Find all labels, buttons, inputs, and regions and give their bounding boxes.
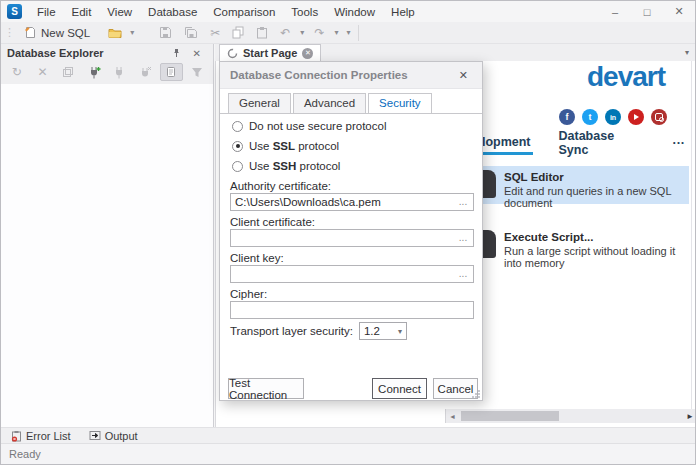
- tab-start-page-label: Start Page: [243, 47, 297, 59]
- sql-editor-item[interactable]: SQL Editor Edit and run queries in a new…: [462, 166, 689, 204]
- output-tab[interactable]: Output: [89, 430, 138, 442]
- cut-icon[interactable]: ✂: [204, 24, 226, 42]
- dialog-header[interactable]: Database Connection Properties ✕: [220, 62, 482, 89]
- explorer-tree-area[interactable]: [1, 84, 213, 429]
- dialog-resize-grip[interactable]: [472, 390, 480, 398]
- menu-comparison[interactable]: Comparison: [205, 3, 283, 21]
- facebook-glyph: f: [566, 112, 569, 122]
- scroll-right-icon[interactable]: ►: [683, 412, 696, 421]
- tls-caret-icon: ▾: [398, 327, 402, 336]
- redo-icon[interactable]: ↷: [308, 24, 330, 42]
- duplicate-icon[interactable]: [57, 63, 81, 81]
- tab-more[interactable]: ···: [671, 133, 688, 153]
- bottom-panel-tabs: Error List Output: [1, 427, 695, 443]
- client-certificate-input[interactable]: [230, 229, 474, 247]
- test-connection-button[interactable]: Test Connection: [228, 378, 304, 399]
- refresh-icon[interactable]: ↻: [5, 63, 29, 81]
- sql-editor-title: SQL Editor: [504, 171, 564, 183]
- tab-close-icon[interactable]: ✕: [302, 48, 313, 59]
- menu-file[interactable]: File: [29, 3, 64, 21]
- undo-caret-icon[interactable]: ▾: [296, 28, 308, 37]
- explorer-close-icon[interactable]: ✕: [187, 48, 207, 59]
- save-all-icon[interactable]: [178, 24, 204, 41]
- tab-advanced[interactable]: Advanced: [293, 93, 366, 113]
- youtube-icon[interactable]: [628, 109, 644, 125]
- connect-button[interactable]: Connect: [372, 378, 427, 399]
- menu-view[interactable]: View: [99, 3, 140, 21]
- radio-ssl[interactable]: Use SSL protocol: [232, 140, 339, 152]
- menu-edit[interactable]: Edit: [64, 3, 100, 21]
- connect-icon[interactable]: [108, 63, 132, 81]
- cipher-label: Cipher:: [230, 288, 267, 300]
- instagram-glyph: [655, 113, 663, 121]
- authority-certificate-input[interactable]: [230, 193, 474, 211]
- radio-ssl-circle[interactable]: [232, 141, 243, 152]
- redo-caret-icon[interactable]: ▾: [330, 28, 342, 37]
- explorer-header: Database Explorer ✕: [1, 44, 213, 62]
- radio-ssh-label: Use SSH protocol: [249, 160, 340, 172]
- show-document-icon[interactable]: [160, 63, 184, 81]
- linkedin-icon[interactable]: in: [605, 109, 621, 125]
- vertical-scroll-edge: [691, 61, 692, 409]
- disconnect-icon[interactable]: [134, 63, 158, 81]
- radio-ssh[interactable]: Use SSH protocol: [232, 160, 340, 172]
- radio-no-secure-label: Do not use secure protocol: [249, 120, 386, 132]
- dialog-tabs: General Advanced Security: [228, 93, 434, 113]
- menu-tools[interactable]: Tools: [283, 3, 326, 21]
- tls-select[interactable]: 1.2 ▾: [359, 322, 407, 340]
- copy-icon[interactable]: [226, 24, 250, 41]
- new-connection-icon[interactable]: [82, 63, 106, 81]
- undo-icon[interactable]: ↶: [274, 24, 296, 42]
- dialog-close-icon[interactable]: ✕: [455, 67, 472, 84]
- menu-help[interactable]: Help: [383, 3, 423, 21]
- authority-browse-button[interactable]: ...: [457, 196, 469, 207]
- execute-script-item[interactable]: Execute Script... Run a large script wit…: [462, 226, 689, 264]
- document-tab-strip: Start Page ✕ ▾: [215, 44, 696, 61]
- client-certificate-label: Client certificate:: [230, 216, 315, 228]
- maximize-button[interactable]: □: [631, 1, 663, 22]
- tab-start-page[interactable]: Start Page ✕: [219, 44, 321, 61]
- cipher-input[interactable]: [230, 301, 474, 319]
- facebook-icon[interactable]: f: [559, 109, 575, 125]
- app-window: S File Edit View Database Comparison Too…: [0, 0, 696, 465]
- minimize-button[interactable]: –: [599, 1, 631, 22]
- toolbar-extra-caret-icon[interactable]: ▾: [342, 28, 354, 37]
- tab-general[interactable]: General: [228, 93, 291, 113]
- paste-icon[interactable]: [250, 24, 274, 41]
- devart-logo: devart: [587, 61, 665, 93]
- new-sql-button[interactable]: New SQL: [19, 24, 95, 41]
- pin-icon[interactable]: [166, 48, 187, 58]
- document-area: Start Page ✕ ▾ devart f t in velopment D…: [215, 44, 696, 429]
- twitter-glyph: t: [589, 112, 592, 122]
- menu-database[interactable]: Database: [140, 3, 205, 21]
- filter-icon[interactable]: [185, 63, 209, 81]
- tab-strip-caret-icon[interactable]: ▾: [685, 48, 689, 57]
- social-links: f t in: [559, 109, 667, 125]
- authority-certificate-label: Authority certificate:: [230, 180, 331, 192]
- client-certificate-browse-button[interactable]: ...: [457, 232, 469, 243]
- new-sql-icon: [24, 26, 37, 39]
- tab-database-sync[interactable]: Database Sync: [557, 126, 647, 160]
- scroll-left-icon[interactable]: ◄: [446, 413, 459, 420]
- client-key-input[interactable]: [230, 265, 474, 283]
- close-button[interactable]: ✕: [663, 1, 695, 22]
- instagram-icon[interactable]: [651, 109, 667, 125]
- scrollbar-thumb[interactable]: [461, 411, 559, 421]
- client-key-browse-button[interactable]: ...: [457, 268, 469, 279]
- error-list-tab[interactable]: Error List: [11, 430, 71, 442]
- database-explorer-panel: Database Explorer ✕ ↻ ✕: [1, 44, 214, 429]
- start-page-tabs: velopment Database Sync ···: [466, 131, 687, 155]
- tls-label: Transport layer security:: [230, 325, 353, 337]
- toolbar-grip-icon[interactable]: ⋮: [4, 26, 15, 39]
- delete-icon[interactable]: ✕: [31, 63, 55, 81]
- dialog-tab-divider: [220, 113, 482, 114]
- radio-ssh-circle[interactable]: [232, 161, 243, 172]
- tab-security[interactable]: Security: [368, 93, 432, 113]
- radio-no-secure[interactable]: Do not use secure protocol: [232, 120, 386, 132]
- twitter-icon[interactable]: t: [582, 109, 598, 125]
- save-icon[interactable]: [153, 24, 178, 41]
- horizontal-scrollbar[interactable]: ◄ ►: [445, 409, 696, 423]
- radio-no-secure-circle[interactable]: [232, 121, 243, 132]
- open-file-button[interactable]: ▾: [103, 25, 143, 41]
- menu-window[interactable]: Window: [326, 3, 383, 21]
